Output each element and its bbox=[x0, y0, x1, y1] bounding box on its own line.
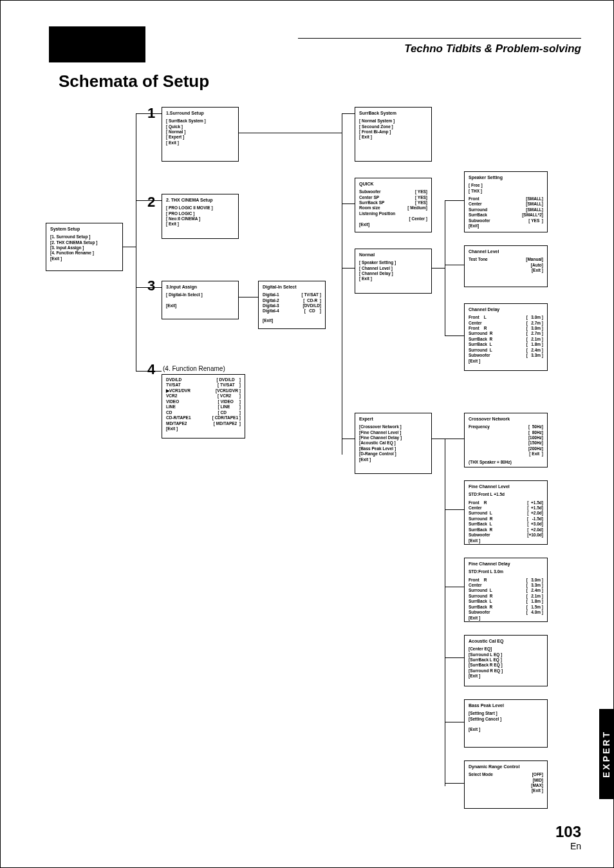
list: [Setting Start ][Setting Cancel ] [Exit … bbox=[469, 711, 543, 733]
box-title: System Setup bbox=[50, 226, 118, 232]
list: [ Normal System ][ Secound Zone ][ Front… bbox=[359, 118, 427, 140]
box-title: Channel Level bbox=[469, 249, 543, 254]
list: [ Free ][ THX ] bbox=[469, 183, 543, 194]
diagram-canvas: 1 2 3 4 (4. Function Rename) System Setu… bbox=[33, 97, 581, 835]
box-title: Acoustic Cal EQ bbox=[469, 638, 543, 644]
sub: STD:Front L 3.0m bbox=[469, 569, 543, 574]
box-crossover: Crossover Network Frequency[ 50Hz][ 80Hz… bbox=[464, 413, 548, 467]
list: [ PRO LOGIC II MOVIE ][ PRO LOGIC ][ Neo… bbox=[166, 205, 234, 227]
rows: Frequency[ 50Hz][ 80Hz][100Hz][150Hz][20… bbox=[469, 424, 543, 457]
box-bass-peak: Bass Peak Level [Setting Start ][Setting… bbox=[464, 699, 548, 748]
rows: Front[SMALL]Center[SMALL]Surround[SMALL]… bbox=[469, 196, 543, 229]
rows: Front R[ +1.5d]Center[ +1.5d]Surround L[… bbox=[469, 500, 543, 544]
rows: Digital-1[ TV/SAT ]Digital-2[ CD-R ]Digi… bbox=[263, 292, 321, 314]
box-fine-level: Fine Channel Level STD:Front L +1.5d Fro… bbox=[464, 480, 548, 545]
box-title: QUICK bbox=[359, 181, 427, 187]
box-title: SurrBack System bbox=[359, 110, 427, 116]
box-title: Fine Channel Delay bbox=[469, 561, 543, 567]
section-title: Techno Tidbits & Problem-solving bbox=[298, 42, 581, 55]
sub: STD:Front L +1.5d bbox=[469, 492, 543, 497]
list: [1. Surround Setup ][2. THX CINEMA Setup… bbox=[50, 234, 118, 261]
page-number-value: 103 bbox=[555, 823, 581, 841]
box-digital-in: Digital-In Select Digital-1[ TV/SAT ]Dig… bbox=[258, 281, 326, 329]
step-2: 2 bbox=[147, 194, 155, 211]
box-thx-cinema: 2. THX CINEMA Setup [ PRO LOGIC II MOVIE… bbox=[162, 194, 239, 239]
box-title: Fine Channel Level bbox=[469, 484, 543, 489]
box-title: 2. THX CINEMA Setup bbox=[166, 197, 234, 203]
box-quick: QUICK Subwoofer[ YES]Center SP[ YES]Surr… bbox=[355, 178, 432, 232]
page-title: Schemata of Setup bbox=[59, 71, 209, 91]
rows: Front L[ 3.0m ]Center[ 2.7m ]Front R[ 3.… bbox=[469, 315, 543, 364]
box-acoustic: Acoustic Cal EQ [Center EQ][Surround L E… bbox=[464, 635, 548, 686]
box-input-assign: 3.Input Assign [ Digital-In Select ] [Ex… bbox=[162, 281, 239, 319]
box-title: Expert bbox=[359, 416, 427, 422]
box-system-setup: System Setup [1. Surround Setup ][2. THX… bbox=[46, 223, 123, 271]
box-channel-delay: Channel Delay Front L[ 3.0m ]Center[ 2.7… bbox=[464, 303, 548, 371]
page-number: 103 En bbox=[555, 823, 581, 851]
page-lang: En bbox=[555, 841, 581, 851]
header-line: Techno Tidbits & Problem-solving bbox=[298, 38, 581, 55]
box-title: Crossover Network bbox=[469, 416, 543, 422]
rows: Test Tone[Manual][Auto][Exit ] bbox=[469, 257, 543, 273]
two-col: DVD/LD[ DVD/LD ]TV/SAT[ TV/SAT ]▶VCR1/DV… bbox=[166, 377, 241, 431]
box-title: Speaker Setting bbox=[469, 175, 543, 180]
box-title: Digital-In Select bbox=[263, 284, 321, 290]
rows: Select Mode[OFF][MID][MAX][Exit ] bbox=[469, 772, 543, 794]
step-4: 4 bbox=[147, 361, 155, 378]
box-function-rename: DVD/LD[ DVD/LD ]TV/SAT[ TV/SAT ]▶VCR1/DV… bbox=[162, 374, 245, 439]
box-title: Normal bbox=[359, 252, 427, 258]
step-4-label: (4. Function Rename) bbox=[163, 365, 225, 372]
list: [ SurrBack System ][ Quick ][ Normal ][ … bbox=[166, 118, 234, 146]
box-surround-setup: 1.Surround Setup [ SurrBack System ][ Qu… bbox=[162, 107, 239, 162]
side-tab-expert: EXPERT bbox=[599, 709, 613, 799]
box-fine-delay: Fine Channel Delay STD:Front L 3.0m Fron… bbox=[464, 558, 548, 622]
list: [ Digital-In Select ] [Exit] bbox=[166, 292, 234, 308]
box-drc: Dynamic Range Control Select Mode[OFF][M… bbox=[464, 760, 548, 809]
box-speaker-setting: Speaker Setting [ Free ][ THX ] Front[SM… bbox=[464, 171, 548, 232]
step-3: 3 bbox=[147, 278, 155, 294]
box-title: 3.Input Assign bbox=[166, 284, 234, 290]
box-expert: Expert [Crossover Network ][Fine Channel… bbox=[355, 413, 432, 474]
rows: Subwoofer[ YES]Center SP[ YES]SurrBack S… bbox=[359, 189, 427, 227]
header-black-box bbox=[49, 26, 145, 62]
note: (THX Speaker = 80Hz) bbox=[469, 460, 543, 465]
box-title: 1.Surround Setup bbox=[166, 110, 234, 116]
box-surrback-system: SurrBack System [ Normal System ][ Secou… bbox=[355, 107, 432, 162]
rows: Front R[ 3.0m ]Center[ 3.3m ]Surround L[… bbox=[469, 578, 543, 621]
list: [Crossover Network ][Fine Channel Level … bbox=[359, 424, 427, 462]
list: [ Speaker Setting ][ Channel Level ][ Ch… bbox=[359, 260, 427, 282]
exit: [Exit] bbox=[263, 318, 321, 323]
box-channel-level: Channel Level Test Tone[Manual][Auto][Ex… bbox=[464, 245, 548, 287]
box-title: Channel Delay bbox=[469, 307, 543, 312]
list: [Center EQ][Surround L EQ ][SurrBack L E… bbox=[469, 646, 543, 679]
box-title: Bass Peak Level bbox=[469, 703, 543, 708]
box-title: Dynamic Range Control bbox=[469, 764, 543, 769]
page: Techno Tidbits & Problem-solving Schemat… bbox=[0, 0, 614, 868]
box-normal: Normal [ Speaker Setting ][ Channel Leve… bbox=[355, 249, 432, 294]
